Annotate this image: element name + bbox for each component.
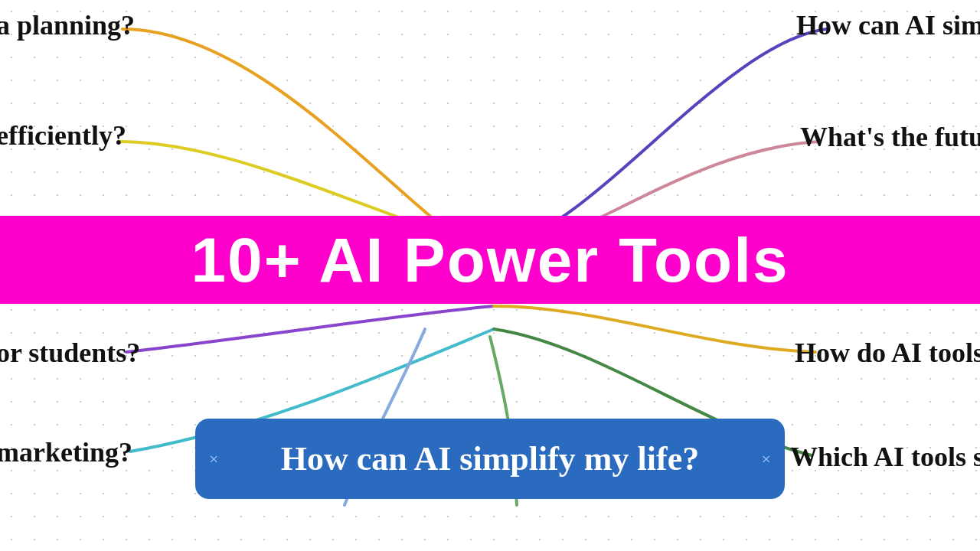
label-students: or students? — [0, 337, 140, 369]
label-top-right-1: How can AI sim — [796, 9, 980, 41]
label-bottom-right-1: How do AI tools — [795, 337, 980, 369]
label-marketing: marketing? — [0, 436, 132, 468]
label-planning: a planning? — [0, 9, 135, 41]
banner-title: 10+ AI Power Tools — [191, 224, 789, 296]
main-banner: 10+ AI Power Tools — [0, 216, 980, 304]
label-efficiently: efficiently? — [0, 119, 126, 152]
label-bottom-right-2: Which AI tools s — [790, 441, 980, 473]
bubble-text: How can AI simplify my life? — [281, 439, 699, 478]
bubble-card[interactable]: × How can AI simplify my life? × — [195, 419, 785, 499]
bubble-close-right[interactable]: × — [762, 449, 771, 469]
label-top-right-2: What's the futu — [800, 121, 980, 153]
bubble-close-left[interactable]: × — [209, 449, 218, 469]
